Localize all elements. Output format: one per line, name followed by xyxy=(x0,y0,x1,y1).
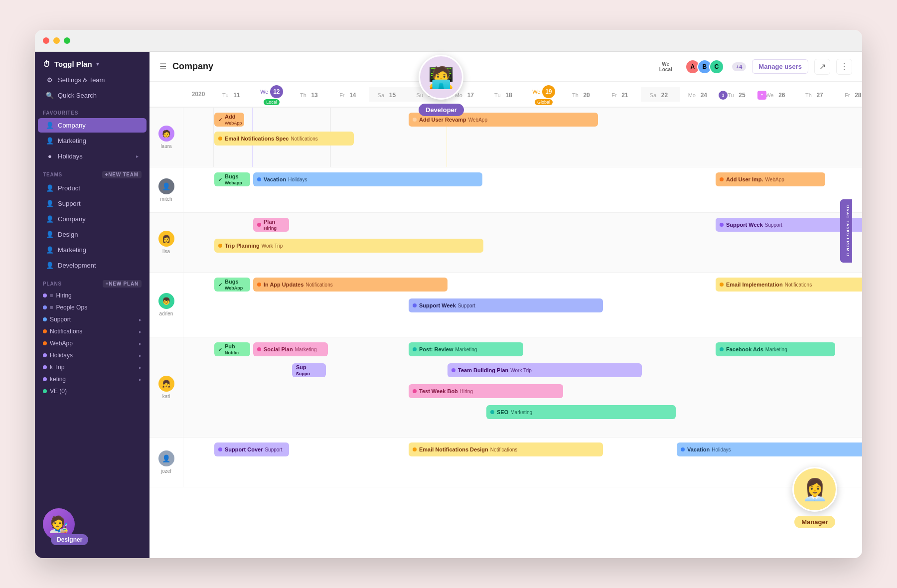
sidebar-item-marketing-team[interactable]: 👤 Marketing xyxy=(38,243,147,257)
main-header: ☰ Company We Local A B C +4 Manage users… xyxy=(150,52,862,82)
day-col-tu25: Tu 25 3 xyxy=(719,87,757,102)
close-dot[interactable] xyxy=(43,37,49,44)
sidebar-item-design[interactable]: 👤 Design xyxy=(38,227,147,242)
cells-laura: ✓ AddWebApp Add User Revamp WebApp xyxy=(183,108,862,167)
plan-item-holidays[interactable]: Holidays ▸ xyxy=(35,349,150,361)
task-seo[interactable]: SEO Marketing xyxy=(486,405,676,419)
day-col-sa22: Sa 22 xyxy=(641,87,680,102)
badge-25: 3 xyxy=(719,91,728,100)
chevron-right-icon: ▸ xyxy=(139,317,142,322)
app-content: ⏱ Toggl Plan ▾ ⚙ Settings & Team 🔍 Quick… xyxy=(35,52,862,558)
person-icon: 👤 xyxy=(46,246,54,254)
task-plan-hiring[interactable]: PlanHiring xyxy=(253,218,289,232)
task-post-review[interactable]: Post: Review Marketing xyxy=(409,342,523,356)
table-row: 👤 jozef Support Cover Support xyxy=(150,438,862,487)
maximize-dot[interactable] xyxy=(64,37,70,44)
task-pub[interactable]: ✓ PubNotific xyxy=(214,342,250,356)
share-button[interactable]: ↗ xyxy=(814,59,830,75)
page-title: Company xyxy=(172,61,653,72)
plan-item-people-ops[interactable]: ≡ People Ops xyxy=(35,301,150,313)
sidebar-item-company-fav[interactable]: 👤 Company xyxy=(38,118,147,133)
sidebar-item-product[interactable]: 👤 Product xyxy=(38,181,147,195)
plan-item-live[interactable]: VE (0) xyxy=(35,385,150,397)
table-row: 🧑 laura ✓ xyxy=(150,108,862,167)
task-email-notif-design[interactable]: Email Notifications Design Notifications xyxy=(409,442,603,456)
plan-item-keting[interactable]: keting ▸ xyxy=(35,373,150,385)
task-team-building[interactable]: Team Building Plan Work Trip xyxy=(448,363,642,377)
dot-icon xyxy=(413,347,417,351)
sidebar-item-marketing-fav[interactable]: 👤 Marketing xyxy=(38,134,147,148)
plan-item-support[interactable]: Support ▸ xyxy=(35,313,150,325)
dot-icon xyxy=(413,303,417,307)
we-local-badge: We Local xyxy=(659,61,672,72)
task-vacation-jozef[interactable]: Vacation Holidays xyxy=(677,442,862,456)
avatar-3[interactable]: C xyxy=(709,59,724,74)
task-email-implementation[interactable]: Email Implementation Notifications xyxy=(716,278,862,292)
manage-users-button[interactable]: Manage users xyxy=(752,59,808,74)
table-row: 👤 mitch ✓ BugsWebapp xyxy=(150,167,862,213)
user-col-adrien: 👦 adrien xyxy=(150,273,183,337)
avatar-count[interactable]: +4 xyxy=(732,62,747,71)
task-facebook-ads[interactable]: Facebook Ads Marketing xyxy=(716,342,835,356)
sidebar-item-settings[interactable]: ⚙ Settings & Team xyxy=(38,73,147,87)
dot-icon xyxy=(720,177,724,181)
dot-icon xyxy=(451,368,455,372)
task-social-plan[interactable]: Social Plan Marketing xyxy=(253,342,328,356)
day-col-fr14: Fr 14 xyxy=(330,87,369,102)
username-adrien: adrien xyxy=(159,311,173,316)
task-in-app-updates[interactable]: In App Updates Notifications xyxy=(253,278,448,292)
plan-item-worktrip[interactable]: k Trip ▸ xyxy=(35,361,150,373)
task-test-week-bob[interactable]: Test Week Bob Hiring xyxy=(409,384,563,398)
sidebar-item-company-team[interactable]: 👤 Company xyxy=(38,212,147,226)
task-add-user-imp[interactable]: Add User Imp. WebApp xyxy=(716,172,825,186)
plan-item-webapp[interactable]: WebApp ▸ xyxy=(35,337,150,349)
chevron-right-icon: ▸ xyxy=(139,365,142,370)
sidebar-item-support[interactable]: 👤 Support xyxy=(38,196,147,211)
cells-mitch: ✓ BugsWebapp Vacation Holidays xyxy=(183,167,862,212)
drag-tasks-sidebar[interactable]: DRAG TASKS FROM B xyxy=(840,199,852,263)
dot-icon xyxy=(257,283,261,287)
sidebar-item-development[interactable]: 👤 Development xyxy=(38,258,147,273)
task-add-webapp[interactable]: ✓ AddWebApp xyxy=(214,113,244,127)
person-icon: 👤 xyxy=(46,231,54,238)
task-vacation-mitch[interactable]: Vacation Holidays xyxy=(253,172,482,186)
calendar-header: 2020 Tu 11 We 12 Local xyxy=(150,82,862,108)
dot-icon xyxy=(413,389,417,393)
username-laura: laura xyxy=(160,144,171,149)
settings-icon: ⚙ xyxy=(46,76,54,84)
plan-item-notifications[interactable]: Notifications ▸ xyxy=(35,325,150,337)
day-col-th20: Th 20 xyxy=(563,87,602,102)
day-col-fr28: Fr 28 xyxy=(835,87,862,102)
calendar-area[interactable]: 2020 Tu 11 We 12 Local xyxy=(150,82,862,558)
person-icon: 👤 xyxy=(46,215,54,223)
task-bugs-webapp[interactable]: ✓ BugsWebapp xyxy=(214,172,250,186)
chevron-right-icon: ▸ xyxy=(139,329,142,334)
check-icon: ✓ xyxy=(218,347,222,352)
sidebar-section-teams: TEAMS +New Team xyxy=(35,164,150,180)
task-support-week-adrien[interactable]: Support Week Support xyxy=(409,298,603,312)
task-email-notif-spec[interactable]: Email Notifications Spec Notifications xyxy=(214,132,354,146)
manager-float: 👩‍💼 Manager xyxy=(792,467,837,528)
username-mitch: mitch xyxy=(160,196,172,202)
task-sup-support[interactable]: SupSuppo xyxy=(292,363,326,377)
more-options-button[interactable]: ⋮ xyxy=(836,59,852,75)
new-team-button[interactable]: +New Team xyxy=(102,171,142,178)
new-plan-button[interactable]: +New Plan xyxy=(103,280,142,288)
main-content: ☰ Company We Local A B C +4 Manage users… xyxy=(150,52,862,558)
day-col-mo24: Mo 24 xyxy=(680,87,719,102)
day-col-we19: We 19 Global xyxy=(524,83,563,105)
plan-item-hiring[interactable]: ≡ Hiring xyxy=(35,290,150,301)
sidebar-item-search[interactable]: 🔍 Quick Search xyxy=(38,88,147,103)
person-icon: 👤 xyxy=(46,262,54,269)
sidebar-app-header[interactable]: ⏱ Toggl Plan ▾ xyxy=(35,52,150,72)
task-support-cover[interactable]: Support Cover Support xyxy=(214,442,289,456)
titlebar xyxy=(35,30,862,52)
day-col-we12: We 12 Local xyxy=(252,83,291,105)
task-bugs-webapp-adrien[interactable]: ✓ BugsWebApp xyxy=(214,278,250,292)
sidebar-item-holidays-fav[interactable]: ● Holidays ▸ xyxy=(38,149,147,163)
check-icon: ✓ xyxy=(218,177,222,182)
task-trip-planning[interactable]: Trip Planning Work Trip xyxy=(214,239,483,253)
dot-icon xyxy=(413,118,417,122)
minimize-dot[interactable] xyxy=(53,37,60,44)
menu-icon[interactable]: ☰ xyxy=(159,62,166,71)
